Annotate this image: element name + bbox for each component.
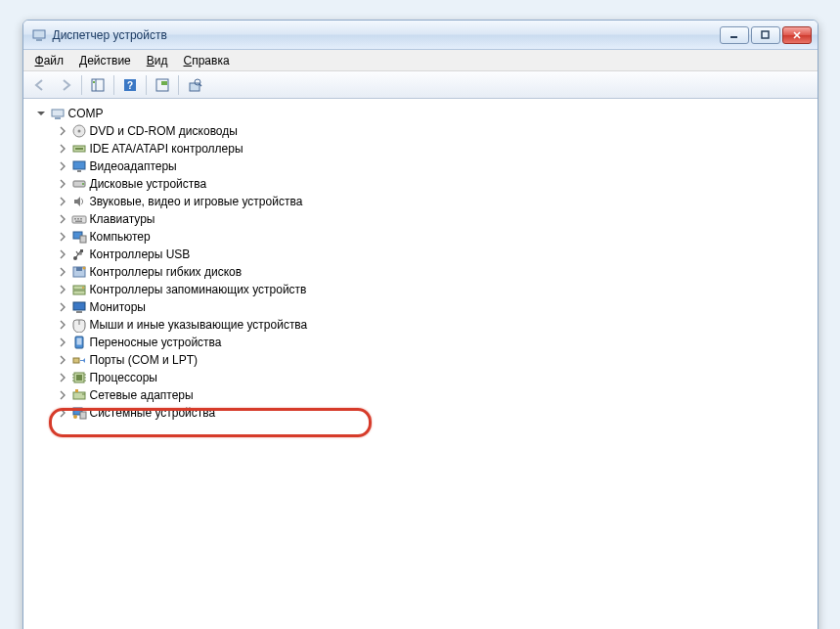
svg-rect-41: [73, 302, 85, 310]
svg-rect-30: [75, 221, 82, 223]
svg-point-25: [82, 183, 84, 185]
app-icon: [31, 27, 47, 43]
properties-button[interactable]: [183, 74, 206, 96]
tree-node[interactable]: Контроллеры гибких дисков: [27, 263, 814, 281]
toolbar-separator: [146, 75, 147, 95]
sound-icon: [70, 194, 88, 209]
cpu-icon: [70, 370, 88, 385]
tree-node[interactable]: Звуковые, видео и игровые устройства: [27, 193, 814, 210]
svg-rect-46: [73, 358, 79, 363]
expand-icon[interactable]: [57, 266, 68, 278]
collapse-icon[interactable]: [35, 108, 47, 119]
port-icon: [70, 352, 88, 368]
svg-rect-55: [73, 392, 85, 399]
expand-icon[interactable]: [57, 213, 68, 225]
minimize-button[interactable]: [720, 26, 749, 44]
device-manager-window: Диспетчер устройств Файл Действие Вид Сп…: [22, 20, 818, 629]
svg-rect-12: [161, 81, 167, 85]
svg-rect-28: [77, 218, 79, 220]
tree-node[interactable]: Видеоадаптеры: [27, 157, 814, 175]
network-icon: [70, 387, 88, 403]
back-button[interactable]: [28, 74, 52, 96]
tree-node-label: Клавиатуры: [90, 212, 155, 226]
expand-icon[interactable]: [57, 248, 68, 260]
expand-icon[interactable]: [57, 125, 68, 137]
titlebar[interactable]: Диспетчер устройств: [23, 21, 818, 50]
svg-rect-3: [762, 31, 769, 38]
svg-rect-39: [73, 291, 85, 294]
svg-rect-32: [80, 236, 86, 243]
menu-view[interactable]: Вид: [139, 50, 176, 70]
tree-node-label: Звуковые, видео и игровые устройства: [90, 195, 303, 208]
svg-rect-42: [76, 311, 82, 313]
expand-icon[interactable]: [57, 337, 68, 348]
tree-node-label: Контроллеры запоминающих устройств: [90, 283, 307, 296]
tree-node[interactable]: Компьютер: [27, 228, 814, 246]
tree-node[interactable]: DVD и CD-ROM дисководы: [27, 122, 814, 140]
tree-node[interactable]: Мыши и иные указывающие устройства: [27, 316, 814, 334]
close-button[interactable]: [782, 26, 812, 44]
tree-root[interactable]: COMP: [27, 105, 814, 122]
expand-icon[interactable]: [57, 319, 68, 331]
forward-button[interactable]: [54, 74, 77, 96]
content-area: COMPDVD и CD-ROM дисководыIDE ATA/ATAPI …: [23, 99, 818, 629]
disc-icon: [70, 123, 88, 139]
svg-rect-56: [75, 389, 78, 392]
storage-icon: [70, 282, 88, 297]
menu-action[interactable]: Действие: [71, 50, 139, 70]
tree-node[interactable]: Дисковые устройства: [27, 175, 814, 193]
menu-file[interactable]: Файл: [27, 50, 72, 70]
svg-rect-22: [73, 161, 85, 169]
svg-rect-17: [55, 117, 61, 119]
help-button[interactable]: ?: [118, 74, 142, 96]
tree-node[interactable]: Контроллеры USB: [27, 246, 814, 263]
tree-node[interactable]: IDE ATA/ATAPI контроллеры: [27, 140, 814, 157]
expand-icon[interactable]: [57, 143, 68, 155]
expand-icon[interactable]: [57, 301, 68, 313]
expand-icon[interactable]: [57, 196, 68, 207]
computer-icon: [49, 106, 66, 121]
menubar: Файл Действие Вид Справка: [23, 50, 818, 71]
svg-rect-34: [80, 249, 83, 252]
expand-icon[interactable]: [57, 372, 68, 383]
svg-point-19: [77, 130, 80, 133]
tree-node-label: Мыши и иные указывающие устройства: [90, 318, 308, 332]
svg-rect-29: [80, 218, 82, 220]
tree-node[interactable]: Порты (COM и LPT): [27, 351, 814, 369]
svg-text:?: ?: [126, 80, 132, 91]
tree-node[interactable]: Контроллеры запоминающих устройств: [27, 281, 814, 298]
ide-icon: [70, 141, 88, 157]
tree-node[interactable]: Процессоры: [27, 369, 814, 386]
tree-node[interactable]: Клавиатуры: [27, 210, 814, 228]
expand-icon[interactable]: [57, 284, 68, 295]
expand-icon[interactable]: [57, 354, 68, 366]
system-icon: [70, 405, 88, 421]
toolbar-separator: [113, 75, 114, 95]
scan-hardware-button[interactable]: [151, 74, 174, 96]
display-icon: [70, 158, 88, 174]
tree-node[interactable]: Мониторы: [27, 298, 814, 316]
device-tree[interactable]: COMPDVD и CD-ROM дисководыIDE ATA/ATAPI …: [23, 99, 818, 427]
toolbar-separator: [178, 75, 179, 95]
expand-icon[interactable]: [57, 160, 68, 172]
tree-node[interactable]: Переносные устройства: [27, 334, 814, 351]
expand-icon[interactable]: [57, 231, 68, 243]
svg-rect-21: [75, 148, 83, 150]
window-title: Диспетчер устройств: [53, 28, 720, 42]
maximize-button[interactable]: [751, 26, 780, 44]
tree-node-label: Сетевые адаптеры: [90, 388, 194, 402]
tree-node-label: Системные устройства: [90, 406, 216, 420]
expand-icon[interactable]: [57, 178, 68, 190]
tree-node-label: Порты (COM и LPT): [90, 353, 199, 367]
show-hide-tree-button[interactable]: [86, 74, 110, 96]
expand-icon[interactable]: [57, 407, 68, 419]
svg-rect-16: [52, 110, 64, 116]
menu-help[interactable]: Справка: [176, 50, 238, 70]
tree-node[interactable]: Сетевые адаптеры: [27, 386, 814, 404]
tree-node[interactable]: Системные устройства: [27, 404, 814, 422]
svg-rect-0: [33, 30, 45, 38]
usb-icon: [70, 247, 88, 262]
expand-icon[interactable]: [57, 389, 68, 401]
floppyctl-icon: [70, 264, 88, 280]
svg-rect-48: [76, 375, 82, 381]
